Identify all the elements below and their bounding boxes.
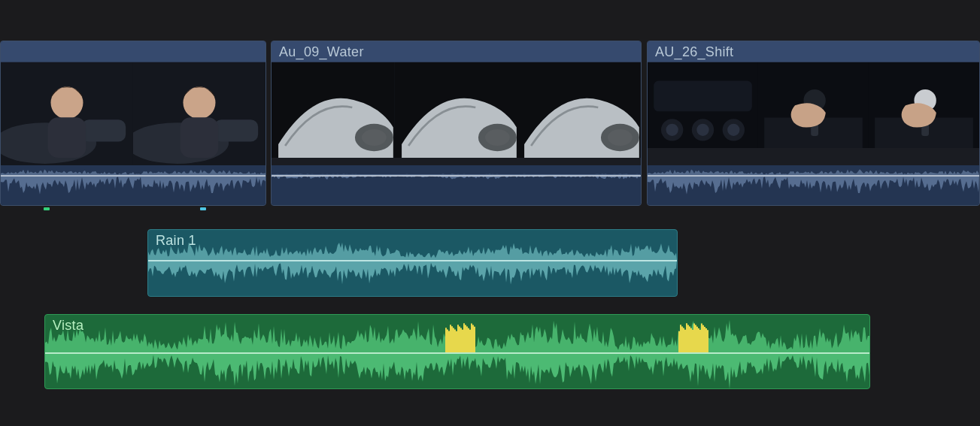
svg-point-12 [362,129,387,146]
thumbnail-car-water [517,62,641,166]
video-clip-3[interactable]: AU_26_Shift [647,41,980,206]
svg-point-23 [696,124,708,136]
clip-label: Au_09_Water [279,44,364,60]
filmstrip [272,62,641,166]
svg-point-18 [608,129,633,146]
clip-audio-lane[interactable] [1,165,265,205]
svg-point-21 [666,124,678,136]
video-clip-1[interactable] [0,41,266,206]
svg-rect-7 [214,119,259,141]
audio-clip-vista[interactable]: Vista [44,314,870,389]
audio-level-line[interactable] [148,260,677,261]
thumbnail-gear-shift [758,62,869,166]
clip-label: Rain 1 [156,233,196,249]
audio-level-line[interactable] [1,175,265,177]
svg-rect-2 [82,119,126,141]
svg-rect-26 [654,80,752,111]
clip-label: AU_26_Shift [655,44,733,60]
audio-clip-rain[interactable]: Rain 1 [147,229,678,297]
svg-point-15 [485,129,510,146]
svg-point-25 [727,124,739,136]
timeline-marker[interactable] [44,207,50,210]
thumbnail-interview [1,62,133,166]
clip-audio-lane[interactable] [648,165,979,205]
clip-title-bar [1,41,265,62]
thumbnail-car-water [395,62,518,166]
waveform [148,230,677,296]
thumbnail-interview [133,62,265,166]
clip-audio-lane[interactable] [272,165,641,205]
filmstrip [648,62,979,166]
filmstrip [1,62,265,166]
waveform [1,165,265,205]
waveform [648,165,979,205]
audio-level-line[interactable] [648,175,979,177]
audio-level-line[interactable] [272,175,641,177]
thumbnail-car-water [272,62,395,166]
timeline-marker[interactable] [200,207,206,210]
thumbnail-gear-shift [869,62,979,166]
timeline-canvas[interactable]: Au_09_Water AU_26_Shi [0,0,980,426]
audio-level-line[interactable] [45,352,869,354]
video-clip-2[interactable]: Au_09_Water [271,41,642,206]
waveform [272,165,641,205]
clip-label: Vista [53,318,83,334]
svg-rect-9 [181,117,219,158]
thumbnail-car-interior [648,62,758,166]
svg-rect-4 [48,117,86,158]
waveform [45,315,869,388]
